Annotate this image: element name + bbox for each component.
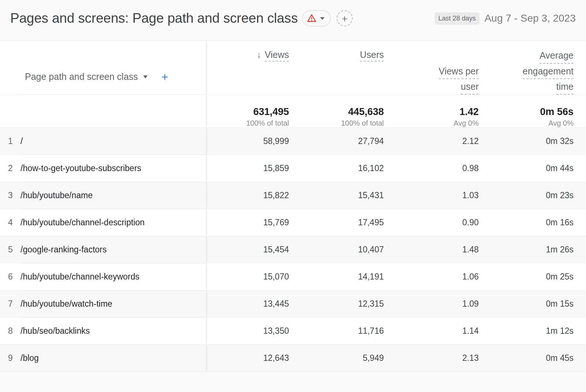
col-aet-l2: engagement	[523, 64, 574, 79]
row-views: 15,859	[207, 155, 301, 182]
table-row[interactable]: 4/hub/youtube/channel-description15,7691…	[0, 209, 586, 236]
row-path[interactable]: /google-ranking-factors	[21, 236, 207, 263]
row-views: 15,822	[207, 182, 301, 209]
total-users: 445,638 100% of total	[301, 95, 396, 127]
svg-point-1	[311, 20, 312, 21]
row-aet: 0m 15s	[491, 291, 586, 317]
row-users: 5,949	[301, 345, 396, 371]
report-header: Pages and screens: Page path and screen …	[0, 0, 586, 41]
col-aet-l1: Average	[539, 49, 574, 63]
row-vpu: 0.90	[396, 209, 491, 236]
row-path[interactable]: /	[21, 128, 207, 155]
row-index: 3	[0, 182, 21, 209]
add-dimension-button[interactable]: ＋	[159, 69, 170, 84]
total-aet: 0m 56s Avg 0%	[491, 95, 586, 127]
table-row[interactable]: 3/hub/youtube/name15,82215,4311.030m 23s	[0, 182, 586, 209]
row-views: 58,999	[207, 128, 301, 155]
total-views: 631,495 100% of total	[207, 95, 301, 127]
row-views: 12,643	[207, 345, 301, 371]
col-vpu-l1: Views per	[439, 64, 479, 79]
row-users: 15,431	[301, 182, 396, 209]
chevron-down-icon	[143, 75, 148, 78]
dimension-picker[interactable]: Page path and screen class ＋	[21, 49, 170, 95]
row-users: 16,102	[301, 155, 396, 182]
col-avg-engagement-time[interactable]: Average engagement time	[491, 41, 586, 95]
col-aet-l3: time	[556, 80, 574, 95]
page-title: Pages and screens: Page path and screen …	[10, 11, 298, 26]
table-row[interactable]: 5/google-ranking-factors15,45410,4071.48…	[0, 236, 586, 263]
total-vpu: 1.42 Avg 0%	[396, 95, 491, 127]
col-users[interactable]: Users	[301, 41, 396, 95]
row-path[interactable]: /hub/youtube/name	[21, 182, 207, 209]
col-views-label: Views	[265, 49, 289, 62]
row-path[interactable]: /hub/youtube/watch-time	[21, 291, 207, 317]
table-header-row: Page path and screen class ＋ ↓ Views Use…	[0, 41, 586, 95]
col-users-label: Users	[360, 49, 384, 62]
row-aet: 0m 25s	[491, 263, 586, 290]
row-aet: 0m 23s	[491, 182, 586, 209]
col-index	[0, 41, 21, 95]
row-path[interactable]: /how-to-get-youtube-subscribers	[21, 155, 207, 182]
row-users: 11,716	[301, 318, 396, 344]
table-row[interactable]: 2/how-to-get-youtube-subscribers15,85916…	[0, 155, 586, 182]
row-users: 12,315	[301, 291, 396, 317]
row-index: 7	[0, 291, 21, 317]
row-vpu: 2.13	[396, 345, 491, 371]
row-aet: 0m 44s	[491, 155, 586, 182]
row-path[interactable]: /hub/seo/backlinks	[21, 318, 207, 344]
row-index: 2	[0, 155, 21, 182]
row-aet: 0m 16s	[491, 209, 586, 236]
table-row[interactable]: 6/hub/youtube/channel-keywords15,07014,1…	[0, 263, 586, 291]
row-vpu: 2.12	[396, 128, 491, 155]
row-index: 9	[0, 345, 21, 371]
row-index: 5	[0, 236, 21, 263]
col-dimension: Page path and screen class ＋	[21, 41, 207, 95]
plus-icon: ＋	[340, 14, 349, 23]
range-chip: Last 28 days	[435, 12, 479, 25]
row-users: 14,191	[301, 263, 396, 290]
col-views[interactable]: ↓ Views	[207, 41, 301, 95]
warning-icon	[307, 14, 316, 23]
row-vpu: 1.06	[396, 263, 491, 290]
row-users: 10,407	[301, 236, 396, 263]
row-views: 15,454	[207, 236, 301, 263]
table-row[interactable]: 8/hub/seo/backlinks13,35011,7161.141m 12…	[0, 318, 586, 345]
row-users: 27,794	[301, 128, 396, 155]
col-vpu-l2: user	[461, 80, 479, 95]
table-row[interactable]: 9/blog12,6435,9492.130m 45s	[0, 345, 586, 372]
row-views: 13,445	[207, 291, 301, 317]
row-index: 6	[0, 263, 21, 290]
row-path[interactable]: /hub/youtube/channel-keywords	[21, 263, 207, 290]
row-index: 4	[0, 209, 21, 236]
table-totals-row: 631,495 100% of total 445,638 100% of to…	[0, 95, 586, 128]
row-views: 13,350	[207, 318, 301, 344]
row-aet: 1m 26s	[491, 236, 586, 263]
row-vpu: 1.48	[396, 236, 491, 263]
row-index: 8	[0, 318, 21, 344]
sort-desc-icon: ↓	[257, 49, 261, 60]
table-body: 1/58,99927,7942.120m 32s2/how-to-get-you…	[0, 128, 586, 372]
row-vpu: 0.98	[396, 155, 491, 182]
row-users: 17,495	[301, 209, 396, 236]
table-row[interactable]: 1/58,99927,7942.120m 32s	[0, 128, 586, 155]
row-path[interactable]: /hub/youtube/channel-description	[21, 209, 207, 236]
date-picker[interactable]: Last 28 days Aug 7 - Sep 3, 2023	[435, 12, 576, 25]
row-vpu: 1.14	[396, 318, 491, 344]
title-wrap: Pages and screens: Page path and screen …	[10, 10, 353, 26]
warning-dropdown[interactable]	[302, 10, 331, 26]
dimension-label: Page path and screen class	[25, 71, 138, 82]
row-vpu: 1.09	[396, 291, 491, 317]
row-views: 15,769	[207, 209, 301, 236]
row-views: 15,070	[207, 263, 301, 290]
row-index: 1	[0, 128, 21, 155]
row-aet: 1m 12s	[491, 318, 586, 344]
row-path[interactable]: /blog	[21, 345, 207, 371]
table-row[interactable]: 7/hub/youtube/watch-time13,44512,3151.09…	[0, 291, 586, 318]
chevron-down-icon	[320, 17, 324, 20]
row-aet: 0m 45s	[491, 345, 586, 371]
date-range-text: Aug 7 - Sep 3, 2023	[485, 12, 576, 24]
row-vpu: 1.03	[396, 182, 491, 209]
data-table: Page path and screen class ＋ ↓ Views Use…	[0, 41, 586, 372]
add-comparison-button[interactable]: ＋	[337, 10, 353, 26]
col-views-per-user[interactable]: Views per user	[396, 41, 491, 95]
